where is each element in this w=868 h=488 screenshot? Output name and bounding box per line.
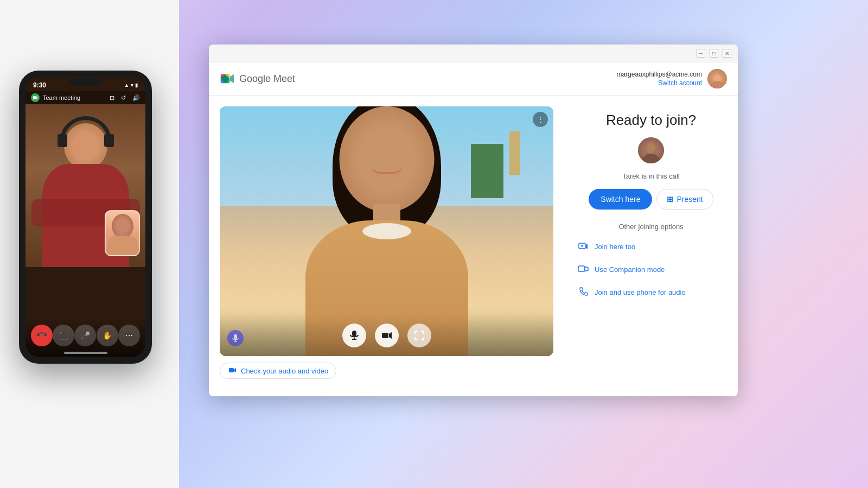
switch-here-btn[interactable]: Switch here xyxy=(589,189,652,210)
phone-time: 9:30 xyxy=(33,81,46,89)
phone-mic-btn[interactable]: 🎤 xyxy=(74,325,96,346)
phone-home-bar xyxy=(64,352,107,354)
svg-rect-21 xyxy=(585,267,588,271)
join-panel: Ready to join? Tarek is in this call Swi… xyxy=(564,96,738,390)
meet-account: margeauxphillips@acme.com Switch account xyxy=(616,69,727,88)
svg-marker-3 xyxy=(230,74,234,83)
window-maximize-btn[interactable]: □ xyxy=(710,49,718,58)
svg-rect-9 xyxy=(352,331,356,337)
phone-thumbnail xyxy=(105,210,140,256)
meet-logo-icon xyxy=(220,71,235,86)
join-here-icon xyxy=(577,240,589,252)
battery-icon: ▮ xyxy=(135,83,138,88)
video-controls xyxy=(220,315,553,356)
woman-collar xyxy=(362,223,411,239)
meet-avatar xyxy=(707,69,727,88)
phone-screen-btn[interactable]: ⬛ xyxy=(53,325,74,346)
meet-header: Google Meet margeauxphillips@acme.com Sw… xyxy=(209,62,738,96)
join-buttons: Switch here ⊞ Present xyxy=(577,189,725,210)
svg-marker-13 xyxy=(389,332,392,339)
phone-earcup-right xyxy=(104,134,114,147)
phone-notch xyxy=(69,78,102,86)
switch-account-link[interactable]: Switch account xyxy=(658,79,702,87)
desktop-window: ─ □ ✕ Google Meet margeauxphillips@acme.… xyxy=(209,45,738,396)
window-titlebar: ─ □ ✕ xyxy=(209,45,738,62)
svg-marker-15 xyxy=(234,368,236,372)
phone-audio-icon xyxy=(577,286,589,298)
phone-hand-btn[interactable]: ✋ xyxy=(97,325,118,346)
phone-meeting-bar: Team meeting ⊡ ↺ 🔊 xyxy=(25,91,145,104)
meet-logo-text: Google Meet xyxy=(239,73,295,85)
expand-control-btn[interactable] xyxy=(407,324,431,347)
phone-meet-icon xyxy=(31,93,40,102)
host-avatar xyxy=(638,137,664,163)
meet-email: margeauxphillips@acme.com xyxy=(616,71,702,78)
svg-marker-1 xyxy=(36,96,37,99)
companion-mode-label: Use Companion mode xyxy=(595,265,665,274)
phone-status-icons: ▲ ▾ ▮ xyxy=(124,83,138,88)
more-dots-icon: ⋮ xyxy=(537,115,544,124)
video-preview: ⋮ xyxy=(220,106,553,356)
wifi-icon: ▾ xyxy=(131,83,133,88)
signal-icon: ▲ xyxy=(124,83,129,88)
present-label: Present xyxy=(676,195,703,204)
phone-audio-label: Join and use phone for audio xyxy=(595,288,686,296)
phone-mockup: 9:30 ▲ ▾ ▮ Team meeting ⊡ ↺ xyxy=(19,71,152,364)
woman-face xyxy=(339,106,434,212)
phone-more-btn[interactable]: ⋯ xyxy=(118,325,140,346)
phone-screen: 9:30 ▲ ▾ ▮ Team meeting ⊡ ↺ xyxy=(25,77,145,357)
window-minimize-btn[interactable]: ─ xyxy=(697,49,705,58)
meet-content: ⋮ xyxy=(209,96,738,390)
join-here-too-option[interactable]: Join here too xyxy=(577,239,725,253)
meet-logo: Google Meet xyxy=(220,71,295,86)
other-options-title: Other joining options xyxy=(618,223,683,231)
present-btn[interactable]: ⊞ Present xyxy=(656,189,713,210)
video-more-btn[interactable]: ⋮ xyxy=(533,112,548,127)
companion-icon xyxy=(577,263,589,275)
phone-rotate-icon: ↺ xyxy=(121,94,126,102)
check-audio-label: Check your audio and video xyxy=(241,367,328,375)
svg-rect-12 xyxy=(382,333,388,338)
companion-mode-option[interactable]: Use Companion mode xyxy=(577,262,725,276)
mic-control-btn[interactable] xyxy=(342,324,366,347)
ready-title: Ready to join? xyxy=(606,112,696,129)
svg-marker-17 xyxy=(586,244,588,249)
phone-meeting-label: Team meeting xyxy=(43,94,80,101)
phone-cast-icon: ⊡ xyxy=(110,94,114,102)
video-section: ⋮ xyxy=(209,96,564,390)
check-audio-btn[interactable]: Check your audio and video xyxy=(220,363,336,379)
join-here-too-label: Join here too xyxy=(595,243,635,251)
svg-rect-0 xyxy=(33,96,36,99)
svg-rect-20 xyxy=(578,266,585,271)
phone-earcup-left xyxy=(58,134,67,147)
camera-control-btn[interactable] xyxy=(375,324,399,347)
host-status: Tarek is in this call xyxy=(622,172,679,180)
phone-main-video xyxy=(25,104,145,267)
phone-audio-option[interactable]: Join and use phone for audio xyxy=(577,285,725,299)
phone-hangup-btn[interactable]: 📞 xyxy=(31,325,53,346)
phone-volume-icon: 🔊 xyxy=(132,94,140,102)
svg-rect-14 xyxy=(229,368,234,372)
present-icon: ⊞ xyxy=(667,195,673,204)
window-close-btn[interactable]: ✕ xyxy=(723,49,731,58)
